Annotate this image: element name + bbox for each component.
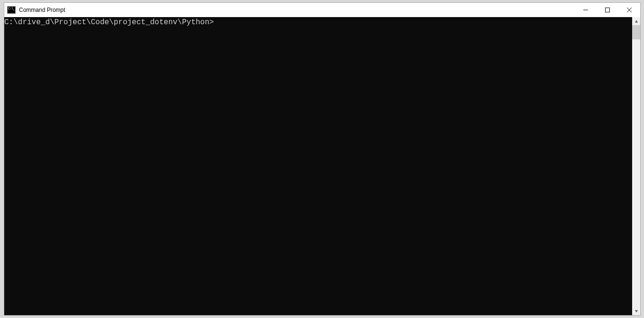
terminal-container: C:\drive_d\Project\Code\project_dotenv\P…: [4, 17, 640, 315]
scroll-down-arrow[interactable]: [632, 307, 640, 315]
svg-rect-1: [606, 8, 610, 12]
vertical-scrollbar[interactable]: [632, 17, 640, 315]
minimize-button[interactable]: [575, 3, 597, 17]
titlebar-left: Command Prompt: [7, 6, 65, 14]
maximize-button[interactable]: [597, 3, 618, 17]
scroll-track[interactable]: [632, 25, 640, 307]
scroll-up-arrow[interactable]: [632, 17, 640, 25]
svg-marker-5: [635, 310, 637, 312]
cursor: [214, 19, 218, 27]
window-title: Command Prompt: [19, 7, 65, 13]
svg-marker-4: [635, 20, 637, 22]
prompt-text: C:\drive_d\Project\Code\project_dotenv\P…: [4, 18, 214, 27]
terminal[interactable]: C:\drive_d\Project\Code\project_dotenv\P…: [4, 17, 632, 315]
command-prompt-window: Command Prompt C:\drive_d\Project\Code\p…: [4, 2, 641, 316]
scroll-thumb[interactable]: [632, 25, 640, 39]
titlebar[interactable]: Command Prompt: [4, 3, 640, 17]
window-controls: [575, 3, 640, 17]
cmd-icon: [7, 6, 16, 14]
close-button[interactable]: [618, 3, 640, 17]
